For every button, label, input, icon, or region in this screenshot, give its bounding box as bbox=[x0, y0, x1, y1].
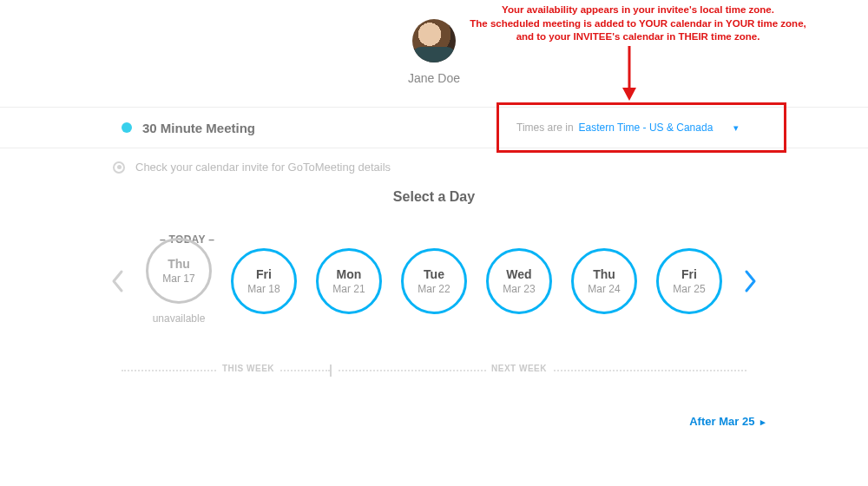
radio-dot-icon bbox=[113, 161, 125, 174]
meeting-header: 30 Minute Meeting Times are in Eastern T… bbox=[0, 107, 868, 148]
divider-tick-icon bbox=[330, 364, 332, 377]
timezone-value: Eastern Time - US & Canada bbox=[579, 122, 713, 134]
day-weekday: Tue bbox=[424, 267, 444, 281]
day-circle: Thu Mar 17 bbox=[146, 238, 212, 304]
day-option[interactable]: Mon Mar 21 bbox=[316, 248, 382, 314]
day-date: Mar 21 bbox=[332, 283, 365, 295]
day-circle: Tue Mar 22 bbox=[401, 248, 467, 314]
day-option[interactable]: Tue Mar 22 bbox=[401, 248, 467, 314]
avatar bbox=[412, 19, 456, 62]
day-circle: Mon Mar 21 bbox=[316, 248, 382, 314]
day-circle: Fri Mar 18 bbox=[231, 248, 297, 314]
day-date: Mar 24 bbox=[588, 283, 620, 295]
next-days-button[interactable] bbox=[741, 264, 760, 299]
annotation-line: and to your INVITEE's calendar in THEIR … bbox=[456, 30, 820, 44]
day-option[interactable]: Thu Mar 24 bbox=[571, 248, 637, 314]
after-date-link[interactable]: After Mar 25 ▸ bbox=[689, 415, 766, 428]
day-weekday: Thu bbox=[593, 267, 615, 281]
meeting-color-dot-icon bbox=[122, 122, 132, 133]
timezone-selector[interactable]: Times are in Eastern Time - US & Canada … bbox=[496, 102, 786, 153]
day-circle: Fri Mar 25 bbox=[656, 248, 722, 314]
select-day-heading: Select a Day bbox=[0, 189, 868, 205]
day-option[interactable]: Fri Mar 18 bbox=[231, 248, 297, 314]
day-weekday: Fri bbox=[681, 267, 697, 281]
host-name: Jane Doe bbox=[0, 71, 868, 85]
day-option-unavailable: Thu Mar 17 unavailable bbox=[146, 238, 212, 325]
chevron-down-icon: ▾ bbox=[733, 122, 739, 134]
timezone-label: Times are in bbox=[516, 122, 574, 134]
day-carousel: Thu Mar 17 unavailable Fri Mar 18 Mon Ma… bbox=[0, 238, 868, 325]
day-date: Mar 22 bbox=[418, 283, 450, 295]
day-weekday: Mon bbox=[337, 267, 362, 281]
after-date-label: After Mar 25 bbox=[689, 415, 754, 428]
day-date: Mar 18 bbox=[247, 283, 279, 295]
prev-days-button[interactable] bbox=[108, 264, 127, 299]
day-circle: Thu Mar 24 bbox=[571, 248, 637, 314]
week-divider: THIS WEEK NEXT WEEK bbox=[0, 364, 868, 377]
svg-marker-1 bbox=[622, 88, 636, 101]
day-option[interactable]: Wed Mar 23 bbox=[486, 248, 552, 314]
next-week-label: NEXT WEEK bbox=[486, 364, 552, 373]
annotation-line: Your availability appears in your invite… bbox=[456, 3, 820, 17]
unavailable-label: unavailable bbox=[153, 312, 206, 325]
annotation-line: The scheduled meeting is added to YOUR c… bbox=[456, 17, 820, 31]
chevron-left-icon bbox=[110, 269, 124, 293]
day-circle: Wed Mar 23 bbox=[486, 248, 552, 314]
this-week-label: THIS WEEK bbox=[217, 364, 279, 373]
day-date: Mar 25 bbox=[673, 283, 705, 295]
day-weekday: Fri bbox=[256, 267, 272, 281]
meeting-title: 30 Minute Meeting bbox=[142, 121, 255, 135]
day-weekday: Thu bbox=[168, 257, 190, 271]
calendar-invite-text: Check your calendar invite for GoToMeeti… bbox=[135, 161, 391, 174]
timezone-annotation: Your availability appears in your invite… bbox=[456, 3, 820, 44]
day-weekday: Wed bbox=[506, 267, 531, 281]
day-option[interactable]: Fri Mar 25 bbox=[656, 248, 722, 314]
caret-right-icon: ▸ bbox=[760, 417, 766, 427]
day-date: Mar 17 bbox=[162, 273, 194, 285]
chevron-right-icon bbox=[744, 269, 758, 293]
day-date: Mar 23 bbox=[503, 283, 535, 295]
